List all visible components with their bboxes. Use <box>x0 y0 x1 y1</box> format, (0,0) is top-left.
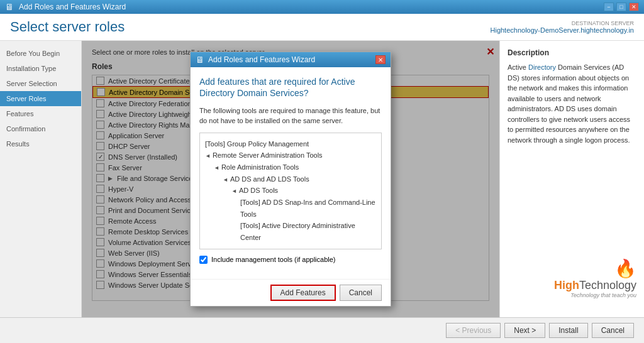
dialog-overlay: 🖥 Add Roles and Features Wizard ✕ Add fe… <box>82 41 499 317</box>
page-title-area: Select server roles <box>10 19 125 35</box>
title-bar-title: Add Roles and Features Wizard <box>19 3 126 11</box>
add-features-button[interactable]: Add Features <box>270 285 336 301</box>
next-button[interactable]: Next > <box>504 323 545 338</box>
add-features-dialog: 🖥 Add Roles and Features Wizard ✕ Add fe… <box>190 52 391 307</box>
nav-item-server-selection[interactable]: Server Selection <box>0 76 81 91</box>
nav-item-results[interactable]: Results <box>0 136 81 151</box>
left-nav: Before You BeginInstallation TypeServer … <box>0 41 82 317</box>
minimize-button[interactable]: − <box>604 3 614 11</box>
nav-item-confirmation[interactable]: Confirmation <box>0 121 81 136</box>
title-bar-icon: 🖥 <box>5 2 14 12</box>
destination-value: Hightechnology-DemoServer.hightechnology… <box>491 26 635 34</box>
dialog-close-button[interactable]: ✕ <box>375 55 386 64</box>
window-header: Select server roles DESTINATION SERVER H… <box>0 14 644 41</box>
description-title: Description <box>508 48 636 57</box>
dialog-heading: Add features that are required for Activ… <box>199 76 382 99</box>
maximize-button[interactable]: □ <box>616 3 626 11</box>
dialog-tree: [Tools] Group Policy Management◄Remote S… <box>199 133 382 249</box>
dialog-body-text: The following tools are required to mana… <box>199 106 382 126</box>
bottom-bar: < Previous Next > Install Cancel <box>0 317 644 343</box>
nav-item-server-roles[interactable]: Server Roles <box>0 91 81 106</box>
tree-item: ◄AD DS and AD LDS Tools <box>205 173 376 185</box>
tree-item: ◄Role Administration Tools <box>205 161 376 173</box>
tree-item: [Tools] Active Directory Administrative … <box>205 220 376 243</box>
description-text: Active Directory Domain Services (AD DS)… <box>508 62 636 145</box>
dialog-title-bar: 🖥 Add Roles and Features Wizard ✕ <box>191 52 391 67</box>
page-title: Select server roles <box>10 19 125 35</box>
title-bar: 🖥 Add Roles and Features Wizard − □ ✕ <box>0 0 644 14</box>
description-panel: Description Active Directory Domain Serv… <box>499 41 644 317</box>
dialog-cancel-button[interactable]: Cancel <box>340 285 382 301</box>
tree-item: [Tools] AD DS Snap-Ins and Command-Line … <box>205 197 376 220</box>
brand-name-tech: Technology <box>579 279 636 291</box>
dialog-body: Add features that are required for Activ… <box>191 67 391 279</box>
dialog-icon: 🖥 <box>196 55 204 65</box>
destination-server: DESTINATION SERVER Hightechnology-DemoSe… <box>491 20 635 34</box>
brand-icon: 🔥 <box>508 258 636 279</box>
include-management-tools-row[interactable]: Include management tools (if applicable) <box>199 256 382 264</box>
title-bar-controls: − □ ✕ <box>604 3 639 11</box>
brand-tagline: Technology that teach you <box>508 292 636 298</box>
tree-item: [Tools] Group Policy Management <box>205 138 376 150</box>
install-button[interactable]: Install <box>549 323 587 338</box>
tree-item: ◄Remote Server Administration Tools <box>205 150 376 161</box>
brand-logo-area: 🔥 HighTechnology Technology that teach y… <box>508 258 636 298</box>
include-management-tools-label: Include management tools (if applicable) <box>211 256 336 263</box>
nav-item-features[interactable]: Features <box>0 106 81 121</box>
dialog-footer: Add Features Cancel <box>191 279 391 306</box>
content-area: Before You BeginInstallation TypeServer … <box>0 41 644 317</box>
close-button[interactable]: ✕ <box>629 3 639 11</box>
main-window: Select server roles DESTINATION SERVER H… <box>0 14 644 343</box>
destination-label: DESTINATION SERVER <box>491 20 635 26</box>
nav-item-before-you-begin[interactable]: Before You Begin <box>0 46 81 61</box>
previous-button[interactable]: < Previous <box>446 323 501 338</box>
tree-item: ◄AD DS Tools <box>205 185 376 197</box>
include-management-tools-checkbox[interactable] <box>199 256 208 264</box>
dialog-title: Add Roles and Features Wizard <box>208 55 315 64</box>
cancel-button[interactable]: Cancel <box>592 323 634 338</box>
nav-item-installation-type[interactable]: Installation Type <box>0 61 81 76</box>
main-content: ✕ Select one or more roles to install on… <box>82 41 499 317</box>
brand-name-high: High <box>554 279 579 291</box>
